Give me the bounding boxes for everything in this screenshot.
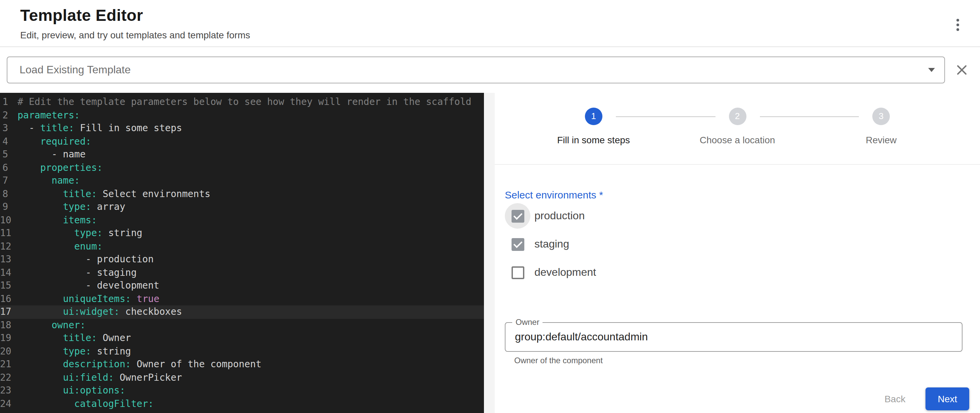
code-line[interactable]: 5 - name [0, 148, 484, 161]
code-text: ui:field: OwnerPicker [18, 371, 182, 384]
close-icon-button[interactable] [953, 61, 970, 79]
code-text: ui:options: [18, 384, 125, 397]
owner-helper-text: Owner of the component [514, 356, 963, 365]
code-line[interactable]: 14 - staging [0, 266, 484, 279]
code-text: type: array [18, 200, 125, 214]
code-text: - production [18, 253, 154, 266]
code-line[interactable]: 23 ui:options: [0, 384, 484, 397]
close-icon [956, 64, 968, 76]
step-number-badge: 1 [585, 108, 602, 125]
code-text: type: string [18, 227, 142, 240]
kebab-dot-icon [956, 19, 959, 22]
environments-label-text: Select environments [505, 189, 597, 200]
code-line[interactable]: 2parameters: [0, 109, 484, 122]
code-line[interactable]: 12 enum: [0, 240, 484, 253]
code-line[interactable]: 20 type: string [0, 345, 484, 358]
code-line[interactable]: 15 - development [0, 279, 484, 292]
code-line[interactable]: 24 catalogFilter: [0, 397, 484, 410]
chevron-down-icon [928, 68, 935, 72]
line-number: 12 [0, 240, 18, 253]
step-number-badge: 3 [872, 108, 890, 125]
code-line[interactable]: 8 title: Select environments [0, 187, 484, 200]
checkbox-label[interactable]: staging [535, 238, 569, 250]
code-line[interactable]: 17 ui:widget: checkboxes [0, 305, 484, 318]
code-line[interactable]: 9 type: array [0, 200, 484, 214]
template-form: Select environments * productionstagingd… [495, 189, 980, 365]
editor-scrollbar[interactable] [484, 93, 495, 413]
line-number: 15 [0, 279, 18, 292]
stepper-connector [616, 116, 715, 117]
code-text: - staging [18, 266, 137, 279]
code-text: type: string [18, 345, 131, 358]
owner-field-group: Owner group:default/accountadmin Owner o… [505, 322, 963, 365]
owner-input[interactable]: Owner group:default/accountadmin [505, 322, 963, 352]
code-line[interactable]: 18 owner: [0, 318, 484, 332]
code-line[interactable]: 6 properties: [0, 161, 484, 174]
line-number: 8 [0, 187, 18, 200]
line-number: 7 [0, 174, 18, 187]
next-button[interactable]: Next [926, 388, 969, 410]
overflow-menu-button[interactable] [949, 15, 967, 35]
line-number: 10 [0, 214, 18, 227]
load-template-select[interactable]: Load Existing Template [7, 57, 945, 83]
kebab-dot-icon [956, 28, 959, 31]
line-number: 9 [0, 200, 18, 214]
checkbox-row: staging [505, 231, 969, 257]
line-number: 5 [0, 148, 18, 161]
code-line[interactable]: 13 - production [0, 253, 484, 266]
line-number: 24 [0, 397, 18, 410]
code-line[interactable]: 1# Edit the template parameters below to… [0, 95, 484, 109]
code-line[interactable]: 7 name: [0, 174, 484, 187]
code-text: - development [18, 279, 159, 292]
checkbox[interactable] [505, 260, 530, 285]
line-number: 2 [0, 109, 18, 122]
step-label: Review [810, 135, 953, 145]
step-number-badge: 2 [729, 108, 746, 125]
code-text: owner: [18, 318, 86, 332]
code-line[interactable]: 4 required: [0, 135, 484, 148]
code-line[interactable]: 21 description: Owner of the component [0, 358, 484, 371]
stepper: 1Fill in some steps2Choose a location3Re… [495, 93, 980, 145]
code-text: title: Select environments [18, 187, 210, 200]
checkbox[interactable] [505, 231, 530, 257]
step-label: Fill in some steps [522, 135, 665, 145]
template-loader-row: Load Existing Template [7, 57, 973, 83]
template-editor-page: Template Editor Edit, preview, and try o… [0, 0, 980, 413]
checkbox-row: development [505, 259, 969, 286]
code-text: enum: [18, 240, 103, 253]
code-line[interactable]: 10 items: [0, 214, 484, 227]
line-number: 22 [0, 371, 18, 384]
code-editor[interactable]: 1# Edit the template parameters below to… [0, 93, 484, 413]
line-number: 17 [0, 305, 18, 318]
required-asterisk: * [599, 189, 603, 200]
back-button[interactable]: Back [878, 388, 912, 410]
code-line[interactable]: 11 type: string [0, 227, 484, 240]
checkbox-checked-icon [511, 210, 524, 222]
checkbox-label[interactable]: production [535, 210, 585, 222]
line-number: 14 [0, 266, 18, 279]
checkbox-label[interactable]: development [535, 266, 596, 278]
template-preview-panel: 1Fill in some steps2Choose a location3Re… [495, 93, 980, 413]
code-text: catalogFilter: [18, 397, 154, 410]
code-line[interactable]: 22 ui:field: OwnerPicker [0, 371, 484, 384]
page-header: Template Editor Edit, preview, and try o… [0, 0, 980, 47]
checkbox[interactable] [505, 203, 530, 229]
line-number: 23 [0, 384, 18, 397]
line-number: 6 [0, 161, 18, 174]
code-text: properties: [18, 161, 103, 174]
code-text: items: [18, 214, 97, 227]
page-title: Template Editor [20, 5, 980, 25]
stepper-step: 2Choose a location [665, 108, 809, 145]
kebab-dot-icon [956, 24, 959, 26]
line-number: 21 [0, 358, 18, 371]
editor-lines: 1# Edit the template parameters below to… [0, 95, 484, 410]
code-line[interactable]: 3 - title: Fill in some steps [0, 122, 484, 135]
code-text: parameters: [18, 109, 80, 122]
line-number: 16 [0, 292, 18, 305]
code-line[interactable]: 19 title: Owner [0, 332, 484, 345]
step-label: Choose a location [665, 135, 809, 145]
line-number: 20 [0, 345, 18, 358]
code-text: name: [18, 174, 80, 187]
environments-field-label: Select environments * [505, 189, 969, 201]
code-line[interactable]: 16 uniqueItems: true [0, 292, 484, 305]
